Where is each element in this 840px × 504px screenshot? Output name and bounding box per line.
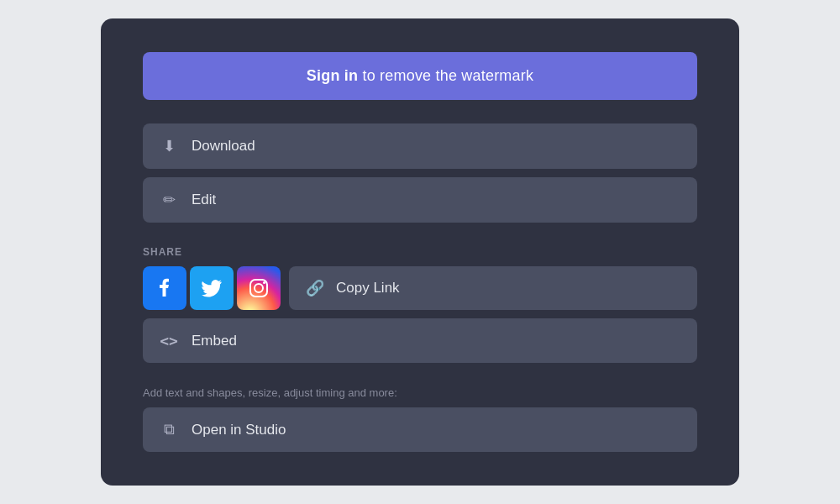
open-studio-label: Open in Studio	[192, 422, 286, 438]
download-label: Download	[192, 138, 255, 155]
twitter-button[interactable]	[190, 266, 234, 310]
sign-in-button[interactable]: Sign in to remove the watermark	[143, 52, 697, 100]
facebook-button[interactable]	[143, 266, 186, 310]
edit-icon: ✏	[160, 191, 178, 209]
edit-button[interactable]: ✏ Edit	[143, 177, 697, 223]
download-icon: ⬇	[160, 137, 178, 155]
download-button[interactable]: ⬇ Download	[143, 123, 697, 169]
main-panel: Sign in to remove the watermark ⬇ Downlo…	[101, 18, 739, 486]
instagram-button[interactable]	[237, 266, 281, 310]
copy-link-button[interactable]: 🔗 Copy Link	[289, 266, 697, 310]
share-label: SHARE	[143, 246, 697, 258]
sign-in-bold: Sign in	[307, 67, 358, 84]
share-row: 🔗 Copy Link	[143, 266, 697, 310]
open-studio-button[interactable]: ⧉ Open in Studio	[143, 407, 697, 452]
instagram-icon	[247, 276, 270, 300]
svg-point-1	[255, 284, 263, 292]
studio-note: Add text and shapes, resize, adjust timi…	[143, 386, 697, 399]
open-in-studio-icon: ⧉	[160, 421, 178, 438]
edit-label: Edit	[192, 192, 216, 208]
embed-icon: <>	[160, 332, 178, 349]
svg-point-2	[263, 281, 265, 284]
link-icon: 🔗	[306, 279, 324, 297]
twitter-icon	[200, 276, 223, 300]
sign-in-rest: to remove the watermark	[358, 67, 533, 84]
facebook-icon	[153, 276, 176, 300]
embed-label: Embed	[192, 333, 237, 349]
embed-button[interactable]: <> Embed	[143, 318, 697, 363]
copy-link-label: Copy Link	[336, 280, 400, 297]
